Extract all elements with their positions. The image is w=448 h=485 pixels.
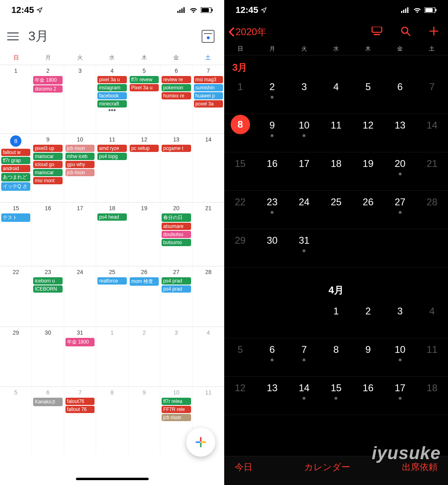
today-icon[interactable] [202, 30, 215, 43]
gc-day-cell[interactable]: 5 [0, 387, 32, 455]
event-chip[interactable]: realforce [97, 277, 126, 285]
event-chip[interactable]: ps4 prad [162, 277, 191, 285]
ios-day-cell[interactable]: 15 [224, 152, 256, 190]
event-chip[interactable]: 春分の日 [162, 213, 191, 222]
ios-day-cell[interactable]: 8 [320, 338, 352, 376]
gc-day-cell[interactable]: 9 [128, 387, 160, 455]
ios-day-cell[interactable]: 22 [224, 191, 256, 229]
gc-day-cell[interactable]: 9pixel3 upmariocaricloud gomariocarmsi m… [32, 134, 64, 202]
event-chip[interactable]: gpu why [65, 161, 95, 168]
gc-day-cell[interactable]: 7msi mag3sumishinhuawei ppoxel 3a [193, 65, 224, 133]
gc-day-cell[interactable]: 17 [64, 202, 96, 266]
event-chip[interactable]: fallout 76 [65, 406, 95, 413]
ios-day-cell[interactable]: 4 [320, 76, 352, 114]
gc-day-cell[interactable]: 6Kanakoさ [32, 387, 64, 455]
ios-month-grid-mar[interactable]: 1234567891011121314151617181920212223242… [224, 76, 448, 268]
event-chip[interactable]: msi mag3 [194, 76, 223, 83]
ios-day-cell[interactable]: 3 [384, 300, 416, 338]
event-chip[interactable]: イッテQ さ [1, 182, 30, 191]
gc-day-cell[interactable]: 1 [96, 327, 128, 386]
gc-day-cell[interactable]: 5ff7r revewPixel 3a u [128, 65, 160, 133]
gc-day-cell[interactable]: 13pcgame t [160, 134, 192, 202]
ios-day-cell[interactable]: 11 [416, 338, 448, 376]
event-chip[interactable]: Kanakoさ [33, 398, 62, 406]
event-chip[interactable]: ps4 head [97, 213, 126, 221]
ios-day-cell[interactable]: 2 [352, 300, 384, 338]
tab-calendars[interactable]: カレンダー [304, 461, 350, 473]
ios-day-cell[interactable]: 18 [416, 377, 448, 415]
gc-day-cell[interactable]: 23iceborn uICEBORN [32, 266, 64, 327]
gc-day-cell[interactable]: 15テスト [0, 202, 32, 266]
event-chip[interactable]: jcb rison [65, 169, 95, 176]
ios-day-cell[interactable]: 1 [320, 300, 352, 338]
gc-day-cell[interactable]: 7falout76fallout 76 [64, 387, 96, 455]
event-chip[interactable]: falout76 [65, 398, 95, 405]
event-chip[interactable]: FF7R rele [162, 406, 191, 413]
ios-day-cell[interactable]: 11 [320, 114, 352, 152]
gc-day-cell[interactable]: 12pc setup [128, 134, 160, 202]
event-chip[interactable]: jcb rison [162, 414, 191, 421]
ios-day-cell[interactable]: 4 [416, 300, 448, 338]
event-chip[interactable]: pokemon [162, 84, 191, 91]
gc-day-cell[interactable]: 2 [128, 327, 160, 386]
event-chip[interactable]: instagram [97, 84, 126, 91]
event-chip[interactable]: icloud go [33, 161, 62, 168]
ios-day-cell[interactable]: 14 [416, 114, 448, 152]
ios-day-cell[interactable]: 5 [352, 76, 384, 114]
event-chip[interactable]: テスト [1, 213, 30, 222]
event-chip[interactable]: pcgame t [162, 145, 191, 152]
event-chip[interactable]: ps4 topg [97, 153, 126, 160]
event-chip[interactable]: butsumo [162, 239, 191, 246]
ios-day-cell[interactable]: 17 [384, 377, 416, 415]
month-title[interactable]: 3月 [28, 27, 48, 45]
event-chip[interactable]: huawei p [194, 92, 223, 99]
home-indicator[interactable] [76, 478, 149, 480]
event-chip[interactable]: あつまれど [1, 173, 30, 181]
event-chip[interactable]: ICEBORN [33, 285, 62, 293]
event-chip[interactable]: docomo 2 [33, 85, 62, 93]
event-chip[interactable]: mom 検査 [130, 277, 159, 286]
gc-day-cell[interactable]: 24 [64, 266, 96, 327]
gc-day-cell[interactable]: 30 [32, 327, 64, 386]
ios-day-cell[interactable]: 1 [224, 76, 256, 114]
ios-day-cell[interactable]: 2 [256, 76, 288, 114]
search-icon[interactable] [400, 26, 411, 38]
event-chip[interactable]: ff7r relea [162, 398, 191, 405]
gc-day-cell[interactable]: 22 [0, 266, 32, 327]
ios-day-cell[interactable]: 26 [352, 191, 384, 229]
gc-day-cell[interactable]: 1 [0, 65, 32, 133]
gc-day-cell[interactable]: 16 [32, 202, 64, 266]
gc-month-grid[interactable]: 12年金 1800docomo 234pixel 3a uinstagramfa… [0, 65, 224, 455]
ios-day-cell[interactable]: 28 [416, 191, 448, 229]
ios-day-cell[interactable]: 15 [320, 377, 352, 415]
ios-day-cell[interactable]: 3 [288, 76, 320, 114]
ios-day-cell[interactable]: 19 [352, 152, 384, 190]
ios-day-cell[interactable]: 13 [384, 114, 416, 152]
gc-day-cell[interactable]: 19 [128, 202, 160, 266]
ios-day-cell[interactable]: 10 [288, 114, 320, 152]
gc-day-cell[interactable]: 21 [193, 202, 224, 266]
ios-day-cell[interactable]: 12 [352, 114, 384, 152]
ios-day-cell[interactable]: 20 [384, 152, 416, 190]
back-button[interactable]: 2020年 [228, 25, 267, 38]
tab-today[interactable]: 今日 [235, 461, 252, 473]
ios-day-cell[interactable]: 12 [224, 377, 256, 415]
ios-day-cell[interactable]: 25 [320, 191, 352, 229]
ios-day-cell[interactable]: 21 [416, 152, 448, 190]
ios-day-cell[interactable]: 17 [288, 152, 320, 190]
ios-day-cell[interactable]: 24 [288, 191, 320, 229]
ios-day-cell[interactable]: 27 [384, 191, 416, 229]
event-chip[interactable]: doubutsu [162, 231, 191, 238]
ios-day-cell[interactable]: 9 [256, 114, 288, 152]
gc-day-cell[interactable]: 4 [193, 327, 224, 386]
event-chip[interactable]: msi mont [33, 177, 62, 184]
event-chip[interactable]: Pixel 3a u [130, 84, 159, 91]
event-chip[interactable]: humixx re [162, 92, 191, 99]
ios-day-cell[interactable]: 9 [352, 338, 384, 376]
event-chip[interactable]: pixel3 up [33, 145, 62, 152]
event-chip[interactable]: fallout w [1, 149, 30, 156]
ios-day-cell[interactable]: 18 [320, 152, 352, 190]
event-chip[interactable]: android [1, 165, 30, 172]
event-chip[interactable]: jcb rison [65, 145, 95, 152]
event-chip[interactable]: 年金 1800 [65, 338, 95, 346]
